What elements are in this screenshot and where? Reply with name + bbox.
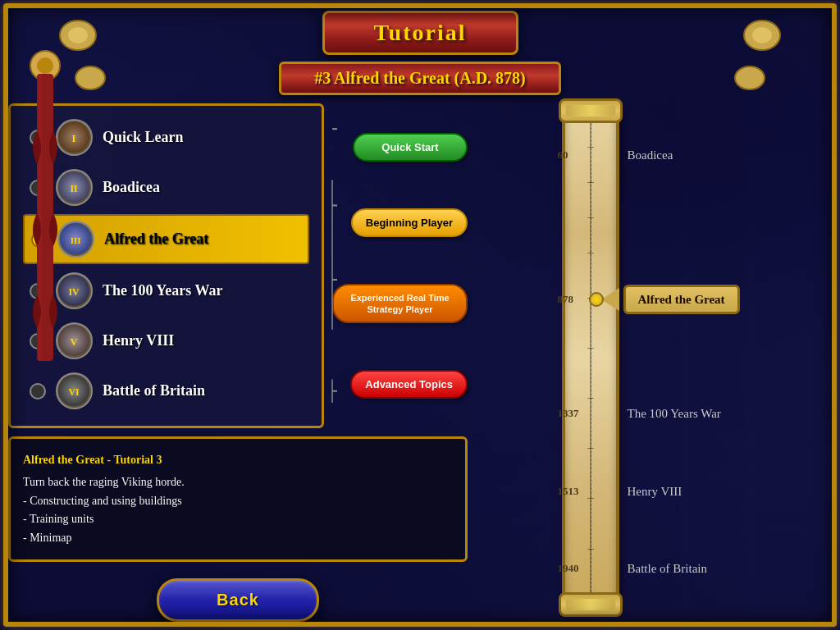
- tutorial-section: I Quick Learn II: [8, 103, 468, 428]
- quick-start-button[interactable]: Quick Start: [353, 133, 468, 162]
- marker-dot: [589, 292, 604, 307]
- tutorial-item-6[interactable]: VI Battle of Britain: [23, 368, 309, 414]
- back-button-container: Back: [8, 578, 468, 622]
- timeline-area: 60 878 1337 1513 1940 Boadicea The 100 Y…: [562, 103, 775, 620]
- radio-6[interactable]: [30, 383, 46, 399]
- desc-line-2: - Constructing and using buildings: [23, 492, 453, 510]
- difficulty-section: Quick Start Beginning Player Experienced…: [332, 103, 468, 428]
- tutorial-name-1: Quick Learn: [103, 129, 184, 146]
- tick-8: [587, 448, 594, 449]
- timeline-scroll: [562, 103, 619, 612]
- svg-point-20: [75, 66, 105, 89]
- description-box: Alfred the Great - Tutorial 3 Turn back …: [8, 436, 468, 562]
- tutorial-item-5[interactable]: V Henry VIII: [23, 317, 309, 364]
- tutorial-name-4: The 100 Years War: [103, 282, 223, 299]
- active-marker: Alfred the Great: [562, 285, 740, 314]
- svg-text:IV: IV: [68, 286, 80, 298]
- subtitle-scroll-left: [74, 62, 107, 94]
- title-bg: Tutorial: [322, 11, 518, 55]
- svg-point-19: [752, 27, 772, 43]
- svg-text:VI: VI: [68, 386, 80, 398]
- icon-6: VI: [56, 372, 93, 409]
- title-banner: Tutorial: [8, 8, 832, 57]
- tutorial-item-2[interactable]: II Boadicea: [23, 164, 309, 211]
- event-britain: Battle of Britain: [628, 562, 841, 576]
- experienced-button[interactable]: Experienced Real Time Strategy Player: [332, 284, 468, 324]
- scroll-bottom-inner: [566, 599, 615, 610]
- desc-line-1: Turn back the raging Viking horde.: [23, 473, 453, 491]
- svg-text:III: III: [71, 235, 81, 245]
- timeline-line: [590, 123, 591, 592]
- subtitle-banner: #3 Alfred the Great (A.D. 878): [8, 62, 832, 95]
- tick-1: [587, 147, 594, 148]
- tick-9: [587, 498, 594, 499]
- subtitle-bg: #3 Alfred the Great (A.D. 878): [279, 62, 561, 95]
- desc-title: Alfred the Great - Tutorial 3: [23, 451, 453, 469]
- desc-line-3: - Training units: [23, 510, 453, 528]
- event-henry: Henry VIII: [628, 484, 841, 498]
- page-title: Tutorial: [374, 20, 467, 45]
- svg-point-17: [68, 27, 88, 43]
- desc-line-4: - Minimap: [23, 529, 453, 547]
- content-area: I Quick Learn II: [8, 103, 832, 622]
- right-panel: 60 878 1337 1513 1940 Boadicea The 100 Y…: [480, 103, 832, 622]
- scroll-top-inner: [566, 105, 615, 116]
- tutorial-name-5: Henry VIII: [103, 332, 174, 349]
- tick-6: [587, 348, 594, 349]
- main-content: Tutorial #3 Alfred the Great (A.D. 878): [8, 8, 832, 622]
- tutorial-name-6: Battle of Britain: [103, 382, 205, 399]
- tick-7: [587, 398, 594, 399]
- scroll-right: [742, 15, 783, 56]
- subtitle: #3 Alfred the Great (A.D. 878): [314, 69, 526, 87]
- tick-2: [587, 182, 594, 183]
- event-boadicea: Boadicea: [628, 148, 841, 162]
- tutorial-item-4[interactable]: IV The 100 Years War: [23, 267, 309, 314]
- tutorial-name-3: Alfred the Great: [104, 231, 208, 248]
- tutorial-item-1[interactable]: I Quick Learn: [23, 114, 309, 161]
- marker-label-text: Alfred the Great: [638, 293, 725, 306]
- ribbon-decoration: [25, 49, 66, 377]
- tick-10: [587, 549, 594, 550]
- subtitle-scroll-right: [733, 62, 766, 94]
- tutorial-item-3[interactable]: III Alfred the Great: [23, 214, 309, 264]
- advanced-button[interactable]: Advanced Topics: [350, 370, 468, 399]
- beginning-player-button[interactable]: Beginning Player: [351, 208, 468, 237]
- scroll-bottom: [559, 592, 623, 617]
- marker-arrow: [601, 288, 619, 311]
- bracket-svg: [324, 103, 340, 428]
- tutorial-name-2: Boadicea: [103, 179, 160, 196]
- svg-text:V: V: [70, 336, 78, 348]
- tick-3: [587, 217, 594, 218]
- svg-point-21: [735, 66, 765, 89]
- tick-4: [587, 253, 594, 253]
- svg-text:I: I: [72, 133, 76, 144]
- event-100years: The 100 Years War: [628, 407, 841, 421]
- left-panel: I Quick Learn II: [8, 103, 468, 622]
- scroll-top: [559, 98, 623, 123]
- svg-point-13: [37, 57, 53, 74]
- marker-label: Alfred the Great: [623, 285, 740, 314]
- back-button[interactable]: Back: [157, 578, 319, 622]
- svg-text:II: II: [70, 183, 78, 194]
